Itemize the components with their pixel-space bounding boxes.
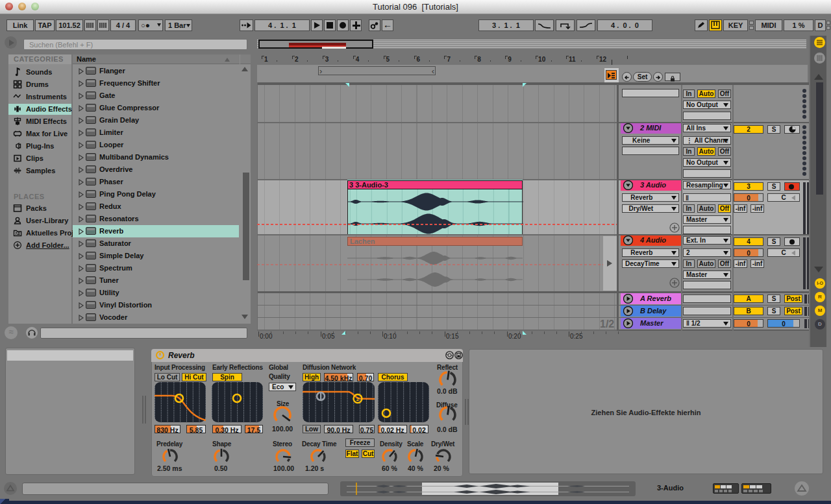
- svg-text:2: 2: [356, 396, 360, 402]
